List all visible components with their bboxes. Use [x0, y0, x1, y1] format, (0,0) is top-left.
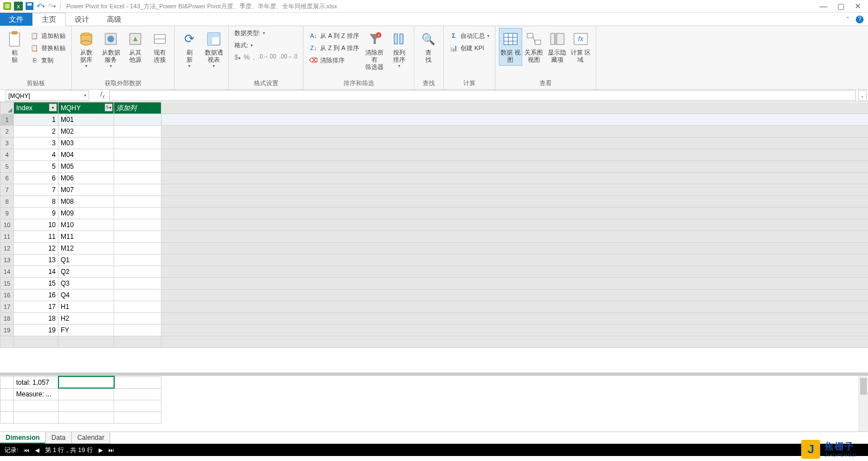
- refresh-button[interactable]: ⟳刷 新▾: [178, 28, 200, 68]
- row-header[interactable]: 16: [1, 290, 14, 301]
- add-column[interactable]: 添加列: [114, 102, 161, 114]
- cell-mqhy[interactable]: Q1: [58, 254, 114, 266]
- cell-index[interactable]: 6: [14, 173, 58, 184]
- cell-index[interactable]: 16: [14, 290, 58, 301]
- create-kpi-button[interactable]: 📊创建 KPI: [447, 42, 492, 53]
- row-header[interactable]: 9: [1, 208, 14, 219]
- cell-index[interactable]: 18: [14, 313, 58, 325]
- percent-icon[interactable]: %: [244, 53, 250, 61]
- cell-index[interactable]: 12: [14, 243, 58, 254]
- datatype-dropdown[interactable]: 数据类型: ▾: [232, 28, 300, 38]
- cell-addcol[interactable]: [114, 231, 161, 243]
- from-database-button[interactable]: 从数 据库▾: [75, 28, 97, 68]
- cell-mqhy[interactable]: M03: [58, 138, 114, 149]
- redo-icon[interactable]: ↷▾: [47, 1, 57, 11]
- sort-za-button[interactable]: Z↓从 Z 到 A 排序: [307, 42, 361, 53]
- row-header[interactable]: 2: [1, 126, 14, 138]
- cell-addcol[interactable]: [114, 173, 161, 184]
- row-header[interactable]: 18: [1, 313, 14, 325]
- paste-append-button[interactable]: 📋追加粘贴: [28, 30, 68, 41]
- cell-index[interactable]: 14: [14, 266, 58, 278]
- row-header[interactable]: 12: [1, 243, 14, 254]
- cell-addcol[interactable]: [114, 149, 161, 161]
- cell-mqhy[interactable]: Q3: [58, 278, 114, 290]
- cell-mqhy[interactable]: M07: [58, 184, 114, 196]
- cell-mqhy[interactable]: Q2: [58, 266, 114, 278]
- measure-row[interactable]: Measure: ...: [14, 388, 58, 400]
- tab-design[interactable]: 设计: [66, 13, 98, 26]
- cell-mqhy[interactable]: M04: [58, 149, 114, 161]
- maximize-button[interactable]: ▢: [837, 2, 845, 11]
- filter-icon[interactable]: ⇅▾: [105, 104, 112, 111]
- column-mqhy[interactable]: MQHY⇅▾: [58, 102, 114, 114]
- column-index[interactable]: Index▾: [14, 102, 58, 114]
- cell-addcol[interactable]: [114, 196, 161, 208]
- row-header[interactable]: 1: [1, 114, 14, 126]
- cell-index[interactable]: 10: [14, 219, 58, 231]
- cell-index[interactable]: 2: [14, 126, 58, 138]
- clear-sort-button[interactable]: ⌫清除排序: [307, 55, 361, 66]
- calc-area-button[interactable]: fx计算 区域: [569, 28, 592, 66]
- close-button[interactable]: ✕: [855, 2, 861, 11]
- cell-mqhy[interactable]: M09: [58, 208, 114, 219]
- cell-index[interactable]: 17: [14, 301, 58, 313]
- tab-advanced[interactable]: 高级: [98, 13, 130, 26]
- cell-mqhy[interactable]: M06: [58, 173, 114, 184]
- cell-index[interactable]: 13: [14, 254, 58, 266]
- cell-addcol[interactable]: [114, 161, 161, 173]
- fx-icon[interactable]: fx: [100, 91, 105, 100]
- cell-addcol[interactable]: [114, 208, 161, 219]
- cell-mqhy[interactable]: M08: [58, 196, 114, 208]
- row-header[interactable]: 15: [1, 278, 14, 290]
- minimize-button[interactable]: —: [820, 2, 827, 11]
- comma-icon[interactable]: ,: [253, 53, 254, 61]
- row-header[interactable]: 4: [1, 149, 14, 161]
- row-header[interactable]: 14: [1, 266, 14, 278]
- copy-button[interactable]: ⎘复制: [28, 55, 68, 66]
- select-all-corner[interactable]: [1, 102, 14, 114]
- vertical-scrollbar[interactable]: [859, 376, 868, 431]
- cell-addcol[interactable]: [114, 114, 161, 126]
- row-header[interactable]: 10: [1, 219, 14, 231]
- row-header[interactable]: 5: [1, 161, 14, 173]
- cell-index[interactable]: 9: [14, 208, 58, 219]
- formula-expand-icon[interactable]: ⌄: [858, 90, 867, 101]
- cell-mqhy[interactable]: H2: [58, 313, 114, 325]
- row-header[interactable]: 11: [1, 231, 14, 243]
- find-button[interactable]: 🔍查 找: [418, 28, 440, 63]
- cell-mqhy[interactable]: M11: [58, 231, 114, 243]
- cell-mqhy[interactable]: Q4: [58, 290, 114, 301]
- cell-addcol[interactable]: [114, 290, 161, 301]
- from-other-button[interactable]: 从其 他源: [124, 28, 146, 63]
- cell-addcol[interactable]: [114, 266, 161, 278]
- cell-index[interactable]: 7: [14, 184, 58, 196]
- cell-addcol[interactable]: [114, 301, 161, 313]
- diagram-view-button[interactable]: 关系图 视图: [522, 28, 546, 66]
- paste-replace-button[interactable]: 📋替换粘贴: [28, 42, 68, 53]
- row-header[interactable]: 19: [1, 325, 14, 336]
- selected-measure-cell[interactable]: [58, 376, 114, 388]
- sheet-calendar[interactable]: Calendar: [71, 432, 111, 444]
- currency-icon[interactable]: $▾: [234, 53, 241, 61]
- row-header[interactable]: 6: [1, 173, 14, 184]
- cell-mqhy[interactable]: M10: [58, 219, 114, 231]
- data-view-button[interactable]: 数据 视图: [499, 28, 522, 66]
- cell-addcol[interactable]: [114, 138, 161, 149]
- cell-addcol[interactable]: [114, 254, 161, 266]
- sort-az-button[interactable]: A↓从 A 到 Z 排序: [307, 30, 361, 41]
- save-icon[interactable]: [24, 1, 35, 11]
- format-dropdown[interactable]: 格式: ▾: [232, 40, 300, 51]
- sheet-data[interactable]: Data: [45, 432, 71, 444]
- cell-mqhy[interactable]: M02: [58, 126, 114, 138]
- cell-index[interactable]: 11: [14, 231, 58, 243]
- row-header[interactable]: 13: [1, 254, 14, 266]
- row-header[interactable]: 17: [1, 301, 14, 313]
- row-header[interactable]: 8: [1, 196, 14, 208]
- cell-mqhy[interactable]: M01: [58, 114, 114, 126]
- tab-home[interactable]: 主页: [32, 13, 66, 26]
- undo-icon[interactable]: ↶▾: [36, 1, 46, 11]
- cell-addcol[interactable]: [114, 184, 161, 196]
- cell-mqhy[interactable]: M05: [58, 161, 114, 173]
- row-header[interactable]: 7: [1, 184, 14, 196]
- cell-mqhy[interactable]: H1: [58, 301, 114, 313]
